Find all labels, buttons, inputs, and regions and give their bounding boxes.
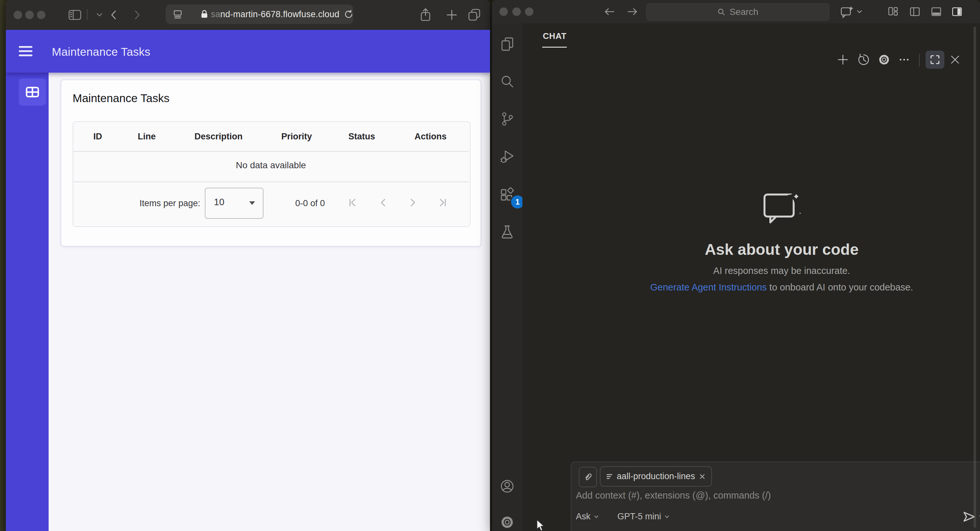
forward-icon[interactable] <box>132 9 142 21</box>
activity-bar: 1 <box>492 23 523 531</box>
chat-sparkle-icon <box>755 185 816 234</box>
page-size-value: 10 <box>214 197 224 207</box>
next-page-icon[interactable] <box>407 196 419 209</box>
vscode-titlebar: Search <box>492 0 980 23</box>
chat-empty-state: Ask about your code AI responses may be … <box>553 185 980 293</box>
testing-flask-icon[interactable] <box>500 224 515 239</box>
last-page-icon[interactable] <box>436 196 449 209</box>
tasks-table: ID Line Description Priority Status Acti… <box>73 121 471 227</box>
more-ellipsis-icon[interactable] <box>898 53 911 66</box>
layout-customize-icon[interactable] <box>888 6 899 17</box>
new-tab-icon[interactable] <box>446 9 458 21</box>
prev-page-icon[interactable] <box>377 196 389 209</box>
zoom-traffic-light[interactable] <box>525 8 533 16</box>
history-icon[interactable] <box>857 53 870 66</box>
maximize-brackets-icon <box>929 54 940 65</box>
desktop: sand-martin-6678.flowfuse.cloud <box>0 0 980 531</box>
maximize-panel-button[interactable] <box>926 51 944 69</box>
col-header-description: Description <box>194 132 243 142</box>
chip-close-icon[interactable] <box>698 473 706 480</box>
page-size-select[interactable]: 10 <box>205 188 264 219</box>
toggle-secondary-sidebar-icon[interactable] <box>951 6 963 17</box>
hamburger-menu-icon[interactable] <box>18 44 34 58</box>
empty-state-title: Ask about your code <box>553 241 980 258</box>
close-traffic-light[interactable] <box>14 11 22 19</box>
send-caret-icon[interactable] <box>978 513 980 520</box>
empty-state-subtitle: AI responses may be inaccurate. <box>553 266 980 276</box>
command-center-search[interactable]: Search <box>646 3 829 21</box>
chevron-down-icon[interactable] <box>95 12 104 18</box>
card-title: Maintenance Tasks <box>73 92 170 105</box>
search-icon <box>717 8 725 16</box>
account-icon[interactable] <box>500 479 515 494</box>
close-traffic-light[interactable] <box>500 8 508 16</box>
zoom-traffic-light[interactable] <box>37 11 45 19</box>
pagination-bar: Items per page: 10 0-0 of 0 <box>73 182 469 226</box>
sidebar-item-maintenance[interactable] <box>19 78 46 106</box>
panel-scrollbar[interactable] <box>974 27 976 528</box>
chat-input-container[interactable]: aall-production-lines Add context (#), e… <box>571 462 980 531</box>
generate-agent-instructions-link[interactable]: Generate Agent Instructions <box>651 282 767 292</box>
context-chip[interactable]: aall-production-lines <box>600 466 712 486</box>
search-placeholder: Search <box>730 7 758 17</box>
model-picker[interactable]: GPT-5 mini <box>617 512 670 521</box>
row-divider <box>73 151 469 152</box>
toggle-sidebar-icon[interactable] <box>909 6 920 17</box>
col-header-id: ID <box>93 132 102 142</box>
share-icon[interactable] <box>419 7 432 23</box>
search-icon[interactable] <box>500 74 515 89</box>
mode-picker[interactable]: Ask <box>576 512 600 521</box>
col-header-actions: Actions <box>415 132 447 142</box>
mode-label: Ask <box>576 512 590 521</box>
chat-input-placeholder[interactable]: Add context (#), extensions (@), command… <box>576 490 771 501</box>
address-bar[interactable]: sand-martin-6678.flowfuse.cloud <box>165 5 353 24</box>
safari-toolbar: sand-martin-6678.flowfuse.cloud <box>6 0 490 30</box>
context-list-icon <box>606 473 614 480</box>
settings-gear-icon[interactable] <box>500 515 515 530</box>
model-caret-icon <box>664 513 670 520</box>
explorer-icon[interactable] <box>500 36 515 51</box>
mouse-cursor <box>535 519 545 531</box>
new-chat-plus-icon[interactable] <box>837 53 850 66</box>
header-divider <box>919 54 920 67</box>
table-grid-icon <box>25 86 40 98</box>
appbar-title: Maintenance Tasks <box>52 45 150 58</box>
items-per-page-label: Items per page: <box>112 198 200 209</box>
col-header-priority: Priority <box>281 132 312 142</box>
nav-forward-icon[interactable] <box>626 7 638 16</box>
safari-window: sand-martin-6678.flowfuse.cloud <box>6 0 490 531</box>
toggle-panel-icon[interactable] <box>931 6 942 17</box>
toolbar-divider <box>87 9 88 20</box>
page-settings-icon[interactable] <box>173 9 183 20</box>
attach-context-button[interactable] <box>579 467 597 487</box>
empty-table-message: No data available <box>73 160 469 171</box>
tab-chat[interactable]: CHAT <box>543 31 566 41</box>
paperclip-icon <box>583 472 593 482</box>
col-header-line: Line <box>138 132 156 142</box>
empty-state-link-line: Generate Agent Instructions to onboard A… <box>553 282 980 293</box>
close-panel-icon[interactable] <box>948 53 961 66</box>
chat-settings-gear-icon[interactable] <box>878 53 891 66</box>
model-label: GPT-5 mini <box>617 512 661 521</box>
minimize-traffic-light[interactable] <box>25 11 34 19</box>
first-page-icon[interactable] <box>347 196 359 209</box>
source-control-icon[interactable] <box>500 112 515 126</box>
context-chip-label: aall-production-lines <box>617 471 695 482</box>
mode-caret-icon <box>593 513 600 520</box>
maintenance-tasks-card: Maintenance Tasks ID Line Description Pr… <box>60 80 481 247</box>
copilot-icon[interactable] <box>839 5 863 19</box>
vscode-window: Search <box>492 0 980 531</box>
chat-tab-underline <box>542 47 567 48</box>
dashboard-sidebar <box>6 73 49 531</box>
minimize-traffic-light[interactable] <box>512 8 521 16</box>
run-debug-icon[interactable] <box>500 149 515 164</box>
lock-icon <box>200 9 208 19</box>
nav-back-icon[interactable] <box>603 7 616 16</box>
sidebar-toggle-icon[interactable] <box>68 9 82 21</box>
chat-panel: CHAT <box>522 23 980 531</box>
send-button[interactable] <box>962 510 980 524</box>
back-icon[interactable] <box>109 9 119 21</box>
select-caret-icon <box>249 201 255 205</box>
reload-icon[interactable] <box>344 9 353 19</box>
tabs-overview-icon[interactable] <box>467 8 482 22</box>
